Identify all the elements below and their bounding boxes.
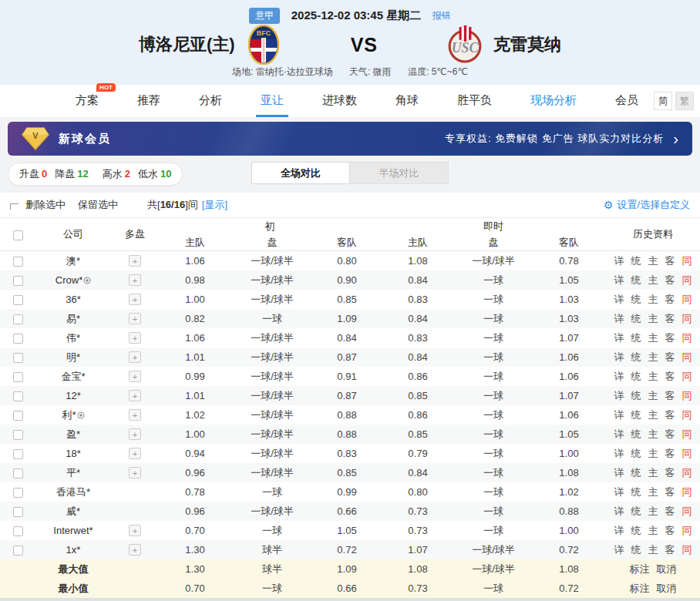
history-detail-link[interactable]: 详 bbox=[614, 312, 624, 326]
history-detail-link[interactable]: 详 bbox=[614, 370, 624, 384]
expand-multi-button[interactable]: + bbox=[129, 428, 141, 440]
history-same-link[interactable]: 同 bbox=[682, 524, 692, 538]
settings-customize-button[interactable]: ⚙ 设置/选择自定义 bbox=[604, 198, 690, 212]
row-checkbox[interactable] bbox=[13, 314, 23, 324]
history-stats-link[interactable]: 统 bbox=[631, 524, 641, 538]
history-away-link[interactable]: 客 bbox=[665, 447, 675, 461]
history-away-link[interactable]: 客 bbox=[665, 466, 675, 480]
nav-item-live-analysis[interactable]: 现场分析 bbox=[526, 93, 581, 117]
history-same-link[interactable]: 同 bbox=[682, 351, 692, 364]
row-checkbox[interactable] bbox=[13, 391, 23, 401]
expand-multi-button[interactable]: + bbox=[129, 467, 141, 478]
history-home-link[interactable]: 主 bbox=[648, 447, 658, 461]
lang-traditional-button[interactable]: 繁 bbox=[675, 92, 694, 110]
row-checkbox[interactable] bbox=[13, 372, 23, 382]
row-checkbox[interactable] bbox=[13, 334, 23, 344]
row-checkbox[interactable] bbox=[13, 295, 23, 305]
history-home-link[interactable]: 主 bbox=[648, 293, 658, 307]
history-home-link[interactable]: 主 bbox=[648, 505, 658, 519]
history-home-link[interactable]: 主 bbox=[648, 312, 658, 326]
history-home-link[interactable]: 主 bbox=[648, 351, 658, 364]
mark-link[interactable]: 标注 bbox=[630, 562, 650, 576]
history-same-link[interactable]: 同 bbox=[682, 447, 692, 461]
nav-item-goals[interactable]: 进球数 bbox=[318, 93, 362, 117]
history-same-link[interactable]: 同 bbox=[682, 466, 692, 480]
history-same-link[interactable]: 同 bbox=[682, 293, 692, 307]
row-checkbox[interactable] bbox=[13, 353, 23, 363]
expand-multi-button[interactable]: + bbox=[129, 448, 141, 459]
history-stats-link[interactable]: 统 bbox=[631, 331, 641, 345]
history-same-link[interactable]: 同 bbox=[682, 254, 692, 268]
history-stats-link[interactable]: 统 bbox=[631, 428, 641, 442]
mark-link[interactable]: 标注 bbox=[630, 582, 650, 596]
expand-multi-button[interactable]: + bbox=[129, 525, 141, 536]
history-detail-link[interactable]: 详 bbox=[614, 485, 624, 499]
history-away-link[interactable]: 客 bbox=[665, 524, 675, 538]
history-same-link[interactable]: 同 bbox=[682, 312, 692, 326]
history-detail-link[interactable]: 详 bbox=[614, 543, 624, 557]
delete-selected-button[interactable]: 删除选中 bbox=[25, 198, 66, 212]
lang-simplified-button[interactable]: 简 bbox=[654, 92, 672, 110]
history-stats-link[interactable]: 统 bbox=[631, 447, 641, 461]
history-detail-link[interactable]: 详 bbox=[614, 293, 624, 307]
row-checkbox[interactable] bbox=[13, 546, 23, 556]
row-checkbox[interactable] bbox=[13, 488, 23, 498]
select-corner-icon[interactable] bbox=[10, 203, 19, 210]
history-same-link[interactable]: 同 bbox=[682, 370, 692, 384]
expand-multi-button[interactable]: + bbox=[129, 255, 141, 267]
history-stats-link[interactable]: 统 bbox=[631, 351, 641, 364]
history-same-link[interactable]: 同 bbox=[682, 331, 692, 345]
expand-multi-button[interactable]: + bbox=[129, 371, 141, 382]
history-same-link[interactable]: 同 bbox=[682, 389, 692, 403]
history-detail-link[interactable]: 详 bbox=[614, 505, 624, 519]
history-away-link[interactable]: 客 bbox=[665, 254, 675, 268]
history-away-link[interactable]: 客 bbox=[665, 312, 675, 326]
history-away-link[interactable]: 客 bbox=[665, 543, 675, 557]
select-all-checkbox[interactable] bbox=[13, 230, 23, 240]
history-away-link[interactable]: 客 bbox=[665, 351, 675, 364]
history-home-link[interactable]: 主 bbox=[648, 370, 658, 384]
history-away-link[interactable]: 客 bbox=[665, 331, 675, 345]
history-home-link[interactable]: 主 bbox=[648, 543, 658, 557]
expand-multi-button[interactable]: + bbox=[129, 294, 141, 305]
history-away-link[interactable]: 客 bbox=[665, 505, 675, 519]
nav-item-1x2[interactable]: 胜平负 bbox=[453, 93, 496, 117]
tab-half-match[interactable]: 半场对比 bbox=[350, 162, 449, 184]
tab-full-match[interactable]: 全场对比 bbox=[251, 162, 350, 184]
history-same-link[interactable]: 同 bbox=[682, 428, 692, 442]
report-error-link[interactable]: 报错 bbox=[432, 10, 451, 21]
row-checkbox[interactable] bbox=[13, 276, 23, 286]
history-home-link[interactable]: 主 bbox=[648, 524, 658, 538]
history-home-link[interactable]: 主 bbox=[648, 408, 658, 422]
history-same-link[interactable]: 同 bbox=[682, 543, 692, 557]
history-away-link[interactable]: 客 bbox=[665, 274, 675, 287]
row-checkbox[interactable] bbox=[13, 526, 23, 536]
history-detail-link[interactable]: 详 bbox=[614, 274, 624, 287]
history-detail-link[interactable]: 详 bbox=[614, 254, 624, 268]
history-stats-link[interactable]: 统 bbox=[631, 505, 641, 519]
history-stats-link[interactable]: 统 bbox=[631, 370, 641, 384]
history-away-link[interactable]: 客 bbox=[665, 370, 675, 384]
nav-item-corners[interactable]: 角球 bbox=[391, 93, 423, 117]
history-home-link[interactable]: 主 bbox=[648, 274, 658, 287]
history-stats-link[interactable]: 统 bbox=[631, 389, 641, 403]
history-same-link[interactable]: 同 bbox=[682, 505, 692, 519]
history-stats-link[interactable]: 统 bbox=[631, 293, 641, 307]
nav-item-recommend[interactable]: 推荐 bbox=[133, 93, 165, 117]
history-same-link[interactable]: 同 bbox=[682, 408, 692, 422]
history-stats-link[interactable]: 统 bbox=[631, 408, 641, 422]
row-checkbox[interactable] bbox=[13, 430, 23, 440]
history-same-link[interactable]: 同 bbox=[682, 274, 692, 287]
history-detail-link[interactable]: 详 bbox=[614, 524, 624, 538]
history-same-link[interactable]: 同 bbox=[682, 485, 692, 499]
history-home-link[interactable]: 主 bbox=[648, 485, 658, 499]
expand-multi-button[interactable]: + bbox=[129, 390, 141, 401]
history-detail-link[interactable]: 详 bbox=[614, 447, 624, 461]
history-stats-link[interactable]: 统 bbox=[631, 466, 641, 480]
history-away-link[interactable]: 客 bbox=[665, 408, 675, 422]
expand-multi-button[interactable]: + bbox=[129, 409, 141, 421]
expand-multi-button[interactable]: + bbox=[129, 332, 141, 344]
show-link[interactable]: [显示] bbox=[202, 198, 227, 212]
history-home-link[interactable]: 主 bbox=[648, 331, 658, 345]
history-detail-link[interactable]: 详 bbox=[614, 331, 624, 345]
